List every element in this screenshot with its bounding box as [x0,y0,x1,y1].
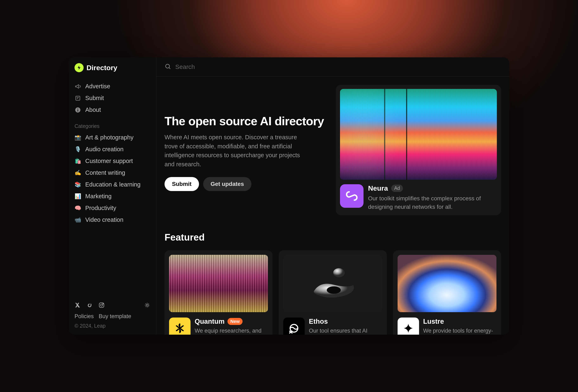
hero-text: The open source AI directory Where AI me… [165,112,328,215]
quantum-logo-icon [174,322,186,334]
nav-about[interactable]: About [75,104,150,116]
svg-point-4 [103,304,103,304]
card-info: Ethos Our tool ensures that AI [309,317,382,335]
categories-list: 📸 Art & photography 🎙️ Audio creation 🛍️… [69,132,156,226]
copyright: © 2024, Leap [75,322,150,329]
promo-description: Our toolkit simplifies the complex proce… [368,194,497,211]
svg-point-3 [100,304,103,306]
cat-emoji: ✍️ [75,170,81,176]
footer-links: Policies Buy template [75,311,150,322]
cat-label: Education & learning [85,181,141,188]
cat-label: Art & photography [85,134,134,141]
megaphone-icon [75,83,81,90]
hero-buttons: Submit Get updates [165,177,328,191]
card-avatar [398,317,419,335]
cat-emoji: 🎙️ [75,146,81,152]
topbar [156,57,509,77]
categories-heading: Categories [69,118,156,132]
cat-emoji: 🛍️ [75,158,81,164]
nav-advertise[interactable]: Advertise [75,81,150,92]
card-image [283,255,382,312]
nav-item-label: Advertise [85,83,110,90]
get-updates-button[interactable]: Get updates [203,177,251,191]
main: The open source AI directory Where AI me… [156,57,509,335]
new-badge: New [228,318,242,325]
bolt-icon [77,65,82,70]
nav-item-label: About [85,106,101,113]
instagram-icon[interactable] [98,302,105,308]
card-title: Ethos [309,317,328,325]
card-info: Lustre We provide tools for energy- [423,317,496,335]
ethos-logo-icon [288,322,300,334]
tiktok-icon[interactable] [87,302,93,308]
search-input[interactable] [175,63,501,70]
content: The open source AI directory Where AI me… [156,77,509,335]
liquid-metal-icon [302,263,364,304]
promo-info: Neura Ad Our toolkit simplifies the comp… [368,184,497,211]
card-title: Lustre [423,317,444,325]
x-twitter-icon[interactable] [75,302,81,308]
submit-button[interactable]: Submit [165,177,199,191]
featured-card-quantum[interactable]: Quantum New We equip researchers, and [165,250,273,335]
svg-point-8 [327,286,341,294]
cat-audio-creation[interactable]: 🎙️ Audio creation [69,143,156,155]
app-window: Directory Advertise Submit About [69,57,509,335]
cat-emoji: 🧠 [75,205,81,211]
promo-avatar [340,184,364,208]
card-description: Our tool ensures that AI [309,327,382,335]
cat-content-writing[interactable]: ✍️ Content writing [69,167,156,179]
cat-emoji: 📊 [75,193,81,200]
card-footer: Lustre We provide tools for energy- [398,317,496,335]
cat-label: Content writing [85,169,125,176]
card-description: We equip researchers, and [195,327,268,335]
neura-logo-icon [345,190,358,202]
cat-label: Customer support [85,158,133,165]
cat-customer-support[interactable]: 🛍️ Customer support [69,155,156,167]
card-footer: Quantum New We equip researchers, and [169,317,268,335]
promo-title: Neura [368,184,388,192]
cat-video-creation[interactable]: 📹 Video creation [69,214,156,226]
cat-productivity[interactable]: 🧠 Productivity [69,202,156,214]
form-icon [75,95,81,101]
cat-label: Marketing [85,193,111,200]
cat-label: Video creation [85,217,123,223]
nav-main: Advertise Submit About [69,78,156,118]
nav-submit[interactable]: Submit [75,92,150,104]
info-icon [75,107,81,113]
hero-description: Where AI meets open source. Discover a t… [165,133,309,169]
cat-emoji: 📚 [75,181,81,188]
card-avatar [283,317,305,335]
cat-marketing[interactable]: 📊 Marketing [69,190,156,202]
ad-badge: Ad [391,185,403,192]
featured-card-ethos[interactable]: Ethos Our tool ensures that AI [279,250,387,335]
hero-row: The open source AI directory Where AI me… [165,112,501,215]
cat-label: Audio creation [85,146,123,153]
nav-item-label: Submit [85,95,104,101]
promo-image [340,89,497,180]
brand-logo [75,63,84,72]
brand-name: Directory [87,64,117,72]
policies-link[interactable]: Policies [75,313,94,320]
cat-emoji: 📹 [75,217,81,223]
social-row [75,299,150,311]
card-info: Quantum New We equip researchers, and [195,317,268,335]
cat-emoji: 📸 [75,134,81,141]
svg-point-6 [166,64,169,68]
lustre-logo-icon [403,323,414,334]
card-image [169,255,268,312]
brand[interactable]: Directory [69,63,156,78]
sun-icon[interactable] [144,302,150,308]
sidebar: Directory Advertise Submit About [69,57,156,335]
promo-card[interactable]: Neura Ad Our toolkit simplifies the comp… [336,85,501,215]
sidebar-footer: Policies Buy template © 2024, Leap [69,299,156,329]
featured-heading: Featured [165,232,501,243]
card-image [398,255,496,312]
cat-label: Productivity [85,205,116,212]
promo-footer: Neura Ad Our toolkit simplifies the comp… [340,180,497,211]
buy-template-link[interactable]: Buy template [99,313,131,320]
cat-art-photography[interactable]: 📸 Art & photography [69,132,156,143]
cat-education-learning[interactable]: 📚 Education & learning [69,179,156,190]
card-footer: Ethos Our tool ensures that AI [283,317,382,335]
featured-card-lustre[interactable]: Lustre We provide tools for energy- [393,250,501,335]
card-avatar [169,317,191,335]
